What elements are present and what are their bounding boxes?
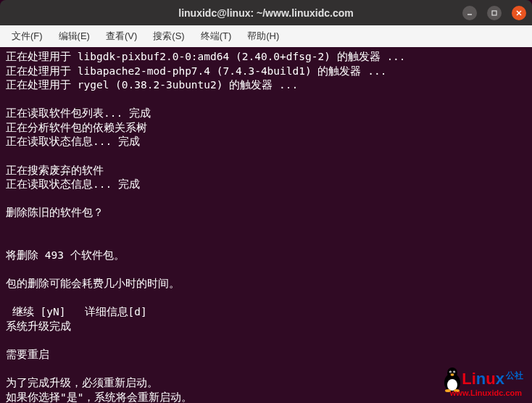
terminal-line: 正在分析软件包的依赖关系树: [6, 121, 526, 136]
terminal-blank: [6, 333, 526, 348]
menu-view[interactable]: 查看(V): [99, 27, 144, 46]
logo-cn: 公社: [506, 370, 523, 381]
window-controls: [462, 6, 526, 20]
logo-letter: u: [486, 368, 495, 390]
logo-letter: x: [496, 368, 504, 390]
menu-edit[interactable]: 编辑(E): [51, 27, 97, 46]
maximize-button[interactable]: [487, 6, 502, 20]
menu-help[interactable]: 帮助(H): [240, 27, 286, 46]
terminal-blank: [6, 192, 526, 207]
terminal-line: 将删除 493 个软件包。: [6, 249, 526, 263]
watermark-url: www.Linuxidc.com: [450, 388, 522, 399]
terminal-line: 系统升级完成: [6, 320, 526, 334]
window-title: linuxidc@linux: ~/www.linuxidc.com: [178, 7, 353, 19]
menubar: 文件(F) 编辑(E) 查看(V) 搜索(S) 终端(T) 帮助(H): [0, 25, 532, 47]
logo-text: L i n u x 公社: [462, 368, 523, 390]
terminal-line: 正在读取软件包列表... 完成: [6, 107, 526, 121]
menu-search[interactable]: 搜索(S): [146, 27, 191, 46]
terminal-line: 正在处理用于 libapache2-mod-php7.4 (7.4.3-4bui…: [6, 65, 526, 79]
svg-rect-1: [492, 11, 496, 15]
terminal-line: 正在读取状态信息... 完成: [6, 178, 526, 192]
terminal-line: 需要重启: [6, 348, 526, 362]
terminal-line: 包的删除可能会耗费几小时的时间。: [6, 277, 526, 291]
terminal-line: 正在处理用于 rygel (0.38.2-3ubuntu2) 的触发器 ...: [6, 78, 526, 93]
svg-point-10: [450, 372, 451, 373]
terminal-blank: [6, 93, 526, 107]
terminal-line: 正在搜索废弃的软件: [6, 164, 526, 178]
titlebar: linuxidc@linux: ~/www.linuxidc.com: [0, 0, 532, 25]
terminal-blank: [6, 220, 526, 235]
terminal-blank: [6, 149, 526, 164]
penguin-icon: [444, 368, 461, 390]
close-button[interactable]: [512, 6, 526, 20]
minimize-button[interactable]: [462, 6, 477, 20]
terminal-blank: [6, 262, 526, 277]
terminal-line: 继续 [yN] 详细信息[d]: [6, 305, 526, 320]
terminal-blank: [6, 234, 526, 249]
watermark-logo: L i n u x 公社: [444, 368, 523, 390]
terminal-blank: [6, 291, 526, 306]
svg-point-7: [447, 367, 457, 378]
terminal-line: 正在处理用于 libgdk-pixbuf2.0-0:amd64 (2.40.0+…: [6, 50, 526, 65]
menu-terminal[interactable]: 终端(T): [194, 27, 239, 46]
menu-file[interactable]: 文件(F): [4, 27, 50, 46]
svg-point-11: [454, 372, 454, 373]
terminal-line: 正在读取状态信息... 完成: [6, 135, 526, 149]
svg-point-12: [451, 373, 454, 376]
logo-letter: n: [476, 368, 486, 390]
terminal-area[interactable]: 正在处理用于 libgdk-pixbuf2.0-0:amd64 (2.40.0+…: [0, 47, 532, 403]
terminal-line: 删除陈旧的软件包？: [6, 206, 526, 220]
